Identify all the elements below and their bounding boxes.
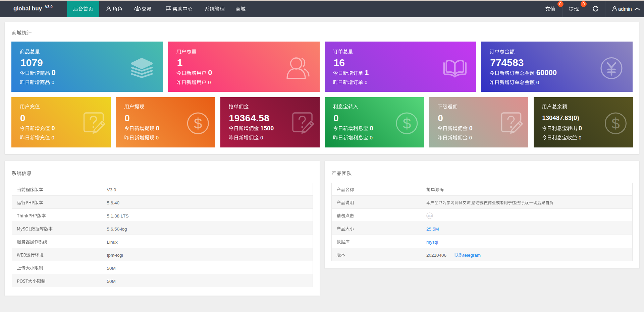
svg-text:5.6.40: 5.6.40 (107, 200, 120, 205)
svg-text:mysql: mysql (426, 240, 438, 245)
svg-text:1500: 1500 (260, 125, 274, 132)
svg-text:5.1.38 LTS: 5.1.38 LTS (107, 213, 129, 219)
svg-text:0: 0 (469, 125, 473, 132)
svg-text:0: 0 (156, 125, 159, 132)
svg-text:0: 0 (52, 125, 55, 132)
svg-text:0: 0 (370, 135, 372, 140)
svg-text:0: 0 (124, 113, 130, 123)
svg-text:0: 0 (579, 135, 581, 140)
svg-text:0: 0 (536, 79, 539, 85)
svg-text:V3.0: V3.0 (45, 5, 53, 9)
svg-text:0: 0 (583, 2, 585, 6)
svg-text:0: 0 (20, 113, 25, 123)
svg-text:774583: 774583 (490, 57, 524, 68)
svg-text:130487.63(0): 130487.63(0) (542, 114, 579, 121)
svg-text:0: 0 (260, 135, 263, 140)
svg-text:0: 0 (370, 125, 373, 132)
svg-text:$: $ (611, 115, 620, 132)
svg-text:V3.0: V3.0 (107, 187, 116, 192)
svg-text:0: 0 (579, 125, 582, 132)
svg-text:0: 0 (156, 135, 159, 140)
svg-text:0: 0 (333, 113, 339, 123)
svg-text:$: $ (403, 115, 411, 132)
svg-text:0: 0 (208, 68, 212, 77)
svg-text:Linux: Linux (107, 240, 118, 245)
svg-text:0: 0 (438, 113, 443, 123)
svg-text:20210406: 20210406 (426, 253, 446, 258)
svg-text:19364.58: 19364.58 (229, 113, 270, 123)
svg-text:0: 0 (559, 2, 561, 6)
svg-text:404: 404 (427, 214, 432, 217)
svg-text:0: 0 (52, 135, 54, 140)
svg-text:admin: admin (618, 6, 632, 12)
svg-text:60000: 60000 (536, 68, 557, 77)
svg-text:1: 1 (177, 57, 183, 68)
svg-text:$: $ (194, 115, 202, 132)
svg-text:telegram: telegram (463, 253, 481, 258)
svg-text:0: 0 (469, 135, 472, 140)
svg-text:fpm-fcgi: fpm-fcgi (107, 253, 123, 258)
svg-text:50M: 50M (107, 266, 116, 271)
svg-text:1079: 1079 (20, 57, 43, 68)
svg-text:0: 0 (52, 68, 56, 77)
svg-text:5.6.50-log: 5.6.50-log (107, 227, 127, 232)
svg-text:global buy: global buy (13, 5, 42, 12)
svg-text:0: 0 (52, 79, 54, 85)
svg-text:0: 0 (208, 79, 211, 85)
svg-text:0: 0 (365, 79, 367, 85)
svg-text:1: 1 (365, 68, 369, 77)
svg-text:25.5M: 25.5M (426, 227, 439, 232)
svg-text:16: 16 (334, 57, 345, 68)
svg-text:50M: 50M (107, 279, 116, 284)
